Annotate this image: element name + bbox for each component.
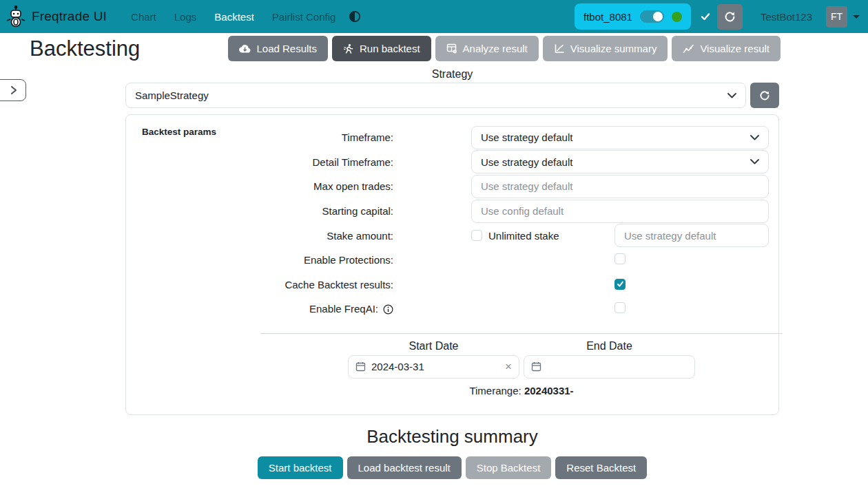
user-menu[interactable]: FT <box>826 6 860 28</box>
timerange-label: Timerange: <box>469 385 521 396</box>
avatar: FT <box>826 6 847 28</box>
stop-backtest-button[interactable]: Stop Backtest <box>466 456 552 479</box>
brand-title: Freqtrade UI <box>32 9 107 24</box>
cache-results-checkbox[interactable] <box>614 279 626 290</box>
load-backtest-result-button[interactable]: Load backtest result <box>347 456 462 479</box>
enable-protections-checkbox[interactable] <box>614 253 626 264</box>
button-label: Visualize summary <box>570 43 657 54</box>
start-date-label: Start Date <box>348 340 519 352</box>
brand[interactable]: Freqtrade UI <box>6 6 107 28</box>
timerange-line: Timerange: 20240331- <box>260 385 783 396</box>
summary-buttons: Start backtest Load backtest result Stop… <box>125 456 779 479</box>
stake-amount-input[interactable] <box>614 224 769 247</box>
load-results-button[interactable]: Load Results <box>228 36 328 61</box>
chevron-down-icon <box>853 15 860 19</box>
navbar: Freqtrade UI Chart Logs Backtest Pairlis… <box>0 0 868 33</box>
visualize-result-button[interactable]: Visualize result <box>672 36 781 61</box>
cache-results-row: Cache Backtest results: <box>142 273 767 297</box>
enable-protections-row: Enable Protections: <box>142 248 767 273</box>
theme-toggle-button[interactable] <box>349 10 361 23</box>
chevron-right-icon <box>10 85 17 95</box>
theme-circle-half-icon <box>349 10 361 23</box>
enable-freqai-checkbox[interactable] <box>614 302 626 313</box>
activity-chart-icon <box>683 43 694 54</box>
bot-online-indicator <box>672 12 682 22</box>
detail-timeframe-value: Use strategy default <box>481 156 572 168</box>
start-date-input[interactable] <box>371 361 499 372</box>
line-chart-icon <box>554 43 565 54</box>
backtest-toolbar: Load Results Run backtest <box>228 36 781 61</box>
start-backtest-button[interactable]: Start backtest <box>258 456 343 479</box>
timeframe-value: Use strategy default <box>481 131 572 143</box>
visualize-summary-button[interactable]: Visualize summary <box>543 36 668 61</box>
bot-selector[interactable]: ftbot_8081 <box>575 3 691 30</box>
sidebar-expand-button[interactable] <box>0 79 26 101</box>
button-label: Load Results <box>256 43 317 54</box>
unlimited-stake-label[interactable]: Unlimited stake <box>488 230 559 242</box>
button-label: Analyze result <box>463 43 528 54</box>
reset-backtest-button[interactable]: Reset Backtest <box>555 456 647 479</box>
nav-link-backtest[interactable]: Backtest <box>205 6 263 28</box>
toggle-knob <box>653 12 663 21</box>
timerange-value: 20240331- <box>524 385 574 396</box>
nav-link-logs[interactable]: Logs <box>165 6 206 28</box>
enable-freqai-label: Enable FreqAI: <box>142 303 393 315</box>
page-title: Backtesting <box>30 36 140 62</box>
starting-capital-label: Starting capital: <box>142 205 393 217</box>
backtest-main: Strategy SampleStrategy Backtest params … <box>125 68 779 479</box>
calendar-icon <box>355 361 366 372</box>
nav-link-chart[interactable]: Chart <box>122 6 165 28</box>
run-person-icon <box>343 43 354 54</box>
start-date-field[interactable]: × <box>348 355 519 379</box>
info-icon[interactable] <box>383 304 393 315</box>
summary-title: Backtesting summary <box>125 426 779 447</box>
page-header: Backtesting Load Results Run <box>0 33 868 62</box>
button-label: Run backtest <box>360 43 420 54</box>
button-label: Visualize result <box>700 43 769 54</box>
timeframe-select[interactable]: Use strategy default <box>471 126 769 149</box>
run-backtest-button[interactable]: Run backtest <box>332 36 431 61</box>
stake-amount-row: Stake amount: Unlimited stake <box>142 223 767 248</box>
nav-link-pairlist-config[interactable]: Pairlist Config <box>263 6 345 28</box>
freqtrade-robot-logo-icon <box>6 6 26 28</box>
strategy-refresh-button[interactable] <box>750 83 779 108</box>
calendar-icon <box>531 361 541 372</box>
max-open-trades-row: Max open trades: <box>142 174 767 199</box>
detail-timeframe-row: Detail Timeframe: Use strategy default <box>142 150 767 175</box>
unlimited-stake-checkbox[interactable] <box>471 230 482 241</box>
enable-freqai-text: Enable FreqAI: <box>309 303 378 315</box>
enable-protections-label: Enable Protections: <box>142 254 393 266</box>
starting-capital-row: Starting capital: <box>142 199 767 224</box>
detail-timeframe-select[interactable]: Use strategy default <box>471 150 769 173</box>
stake-amount-label: Stake amount: <box>142 230 393 242</box>
navbar-refresh-button[interactable] <box>717 4 743 30</box>
cache-results-label: Cache Backtest results: <box>142 279 393 290</box>
clear-start-date-button[interactable]: × <box>505 361 512 372</box>
bot-online-check-icon <box>701 12 710 21</box>
analyze-result-button[interactable]: Analyze result <box>435 36 539 61</box>
bot-name: ftbot_8081 <box>583 11 632 23</box>
refresh-icon <box>759 90 770 101</box>
starting-capital-input[interactable] <box>471 200 769 223</box>
chevron-down-icon <box>750 135 759 140</box>
end-date-label: End Date <box>524 340 695 352</box>
enable-freqai-row: Enable FreqAI: <box>142 297 767 321</box>
table-gear-icon <box>446 43 457 54</box>
params-title: Backtest params <box>142 127 216 137</box>
strategy-selected-value: SampleStrategy <box>135 89 209 101</box>
divider <box>260 333 783 334</box>
cloud-download-icon <box>239 43 251 54</box>
bot-toggle-switch[interactable] <box>640 10 664 23</box>
end-date-field[interactable] <box>524 355 695 379</box>
backtest-params-card: Backtest params Timeframe: Use strategy … <box>125 114 779 415</box>
max-open-trades-input[interactable] <box>471 175 769 198</box>
chevron-down-icon <box>727 93 736 98</box>
strategy-label: Strategy <box>125 68 779 81</box>
detail-timeframe-label: Detail Timeframe: <box>142 156 393 168</box>
nav-links: Chart Logs Backtest Pairlist Config <box>122 6 344 28</box>
strategy-select[interactable]: SampleStrategy <box>125 83 746 108</box>
username-label: TestBot123 <box>761 11 812 23</box>
end-date-input[interactable] <box>547 361 688 372</box>
refresh-icon <box>724 11 736 23</box>
max-open-trades-label: Max open trades: <box>142 180 393 192</box>
